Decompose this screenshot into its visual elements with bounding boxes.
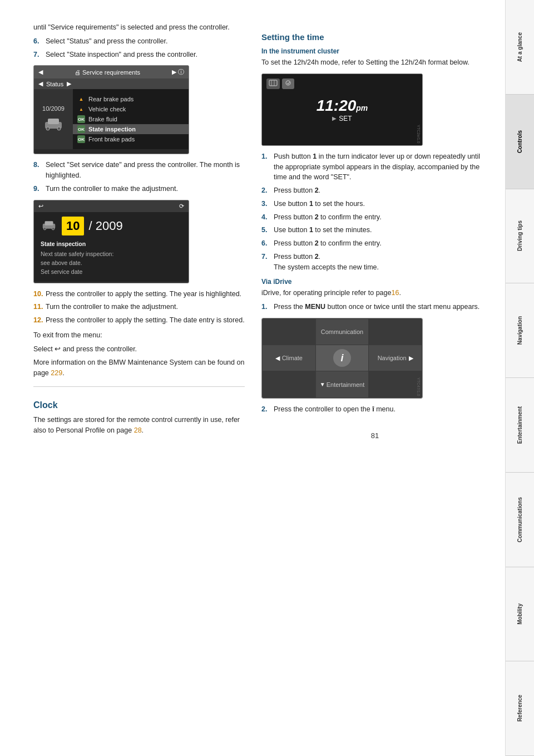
sr-sub-arrows-left: ◀ <box>38 80 43 87</box>
si-title: State inspection <box>41 240 182 249</box>
idrive-link[interactable]: 16 <box>391 289 399 297</box>
ic-step-num-4: 4. <box>261 212 274 223</box>
idrive-arrow-down: ▼ <box>320 381 325 387</box>
ic-step-num-5: 5. <box>261 225 274 235</box>
svg-rect-8 <box>269 80 277 86</box>
via-idrive-intro: iDrive, for operating principle refer to… <box>261 288 488 298</box>
step-num-8: 8. <box>33 160 46 170</box>
steps-list: 6. Select "Status" and press the control… <box>33 36 245 60</box>
step-12: 12. Press the controller to apply the se… <box>33 315 245 326</box>
via-idrive-heading: Via iDrive <box>261 278 488 286</box>
sidebar-label-at-a-glance: At a glance <box>517 28 523 66</box>
si-refresh-icon: ⟳ <box>179 203 184 210</box>
ic-step-2: 2. Press button 2. <box>261 185 488 196</box>
sidebar-item-mobility[interactable]: Mobility <box>506 567 534 662</box>
si-line-2: see above date. <box>41 259 182 268</box>
idrive-info-icon: i <box>333 349 351 367</box>
idrive-corner-br <box>369 371 422 397</box>
sr-row-1-text: Rear brake pads <box>88 96 134 102</box>
idrive-right: Navigation▶ <box>369 345 422 371</box>
ic-time-display: 11:20pm ▶ SET <box>317 97 368 122</box>
ic-top-icons <box>266 78 294 89</box>
main-content: until "Service requirements" is selected… <box>0 0 505 756</box>
svg-point-7 <box>52 228 55 230</box>
ic-icon-2 <box>282 78 294 89</box>
sidebar-item-controls[interactable]: Controls <box>506 95 534 189</box>
idrive-step-1: 1. Press the MENU button once or twice u… <box>261 302 488 312</box>
sr-row-2-text: Vehicle check <box>88 106 126 112</box>
sr-car-icon <box>42 115 65 133</box>
idrive-watermark: YTC47/1.0 <box>417 377 421 396</box>
right-column: Setting the time In the instrument clust… <box>261 22 488 734</box>
ic-set-row: ▶ SET <box>317 115 368 122</box>
ic-watermark: YTC2e/1.0 <box>417 125 421 143</box>
step-9: 9. Turn the controller to make the adjus… <box>33 184 245 194</box>
sidebar-item-entertainment[interactable]: Entertainment <box>506 378 534 473</box>
sr-row-5: OK Front brake pads <box>73 134 189 144</box>
instrument-cluster-heading: In the instrument cluster <box>261 47 488 55</box>
idrive-corner-tr <box>369 319 422 345</box>
ic-step-3-text: Use button 1 to set the hours. <box>274 199 365 209</box>
step-num-7: 7. <box>33 50 46 60</box>
si-date-row: 10 / 2009 <box>41 217 182 235</box>
si-date-year: / 2009 <box>88 219 122 233</box>
sr-row-3: OK Brake fluid <box>73 114 189 124</box>
ic-step-num-3: 3. <box>261 199 274 209</box>
si-header: ↩ ⟳ <box>34 200 189 212</box>
svg-point-6 <box>43 228 46 230</box>
si-back-icon: ↩ <box>38 203 43 210</box>
si-info: State inspection Next state safety inspe… <box>41 240 182 277</box>
exit-text-2: Select ↩ and press the controller. <box>33 344 245 355</box>
step-11: 11. Turn the controller to make the adju… <box>33 302 245 312</box>
idrive-step-2-list: 2. Press the controller to open the î me… <box>261 404 488 415</box>
si-body: 10 / 2009 State inspection Next state sa… <box>34 212 189 281</box>
state-inspection-screenshot: ↩ ⟳ 10 / 2009 <box>33 200 189 283</box>
step-num-6: 6. <box>33 36 46 47</box>
sidebar-item-navigation[interactable]: Navigation <box>506 283 534 378</box>
ic-step-2-text: Press button 2. <box>274 185 320 196</box>
ic-step-num-2: 2. <box>261 185 274 196</box>
idrive-top-center: Communication <box>316 319 369 345</box>
page-number-area: 81 <box>261 431 488 440</box>
idrive-grid: Communication ◀Climate i Navigation▶ ▼En… <box>262 318 422 398</box>
step-num-11: 11. <box>33 302 46 312</box>
ok-icon-3: OK <box>77 115 85 123</box>
step-6: 6. Select "Status" and press the control… <box>33 36 245 47</box>
sidebar-item-communications[interactable]: Communications <box>506 473 534 567</box>
step-7: 7. Select "State inspection" and press t… <box>33 50 245 60</box>
sr-row-1: ▲ Rear brake pads <box>73 94 189 104</box>
idrive-arrow-right: ▶ <box>409 355 413 362</box>
sr-header-title: 🖨 Service requirements <box>75 69 140 76</box>
sidebar-label-navigation: Navigation <box>517 312 523 349</box>
steps-10-12: 10. Press the controller to apply the se… <box>33 289 245 326</box>
sidebar-label-communications: Communications <box>517 493 523 547</box>
sr-sub-header: ◀ Status ▶ <box>34 78 189 89</box>
more-info-link[interactable]: 229 <box>51 369 62 377</box>
sidebar-label-mobility: Mobility <box>517 599 523 629</box>
ok-icon-4: OK <box>77 125 85 133</box>
step-10: 10. Press the controller to apply the se… <box>33 289 245 300</box>
sidebar-item-at-a-glance[interactable]: At a glance <box>506 0 534 95</box>
steps-8-9: 8. Select "Set service date" and press t… <box>33 160 245 194</box>
clock-heading: Clock <box>33 400 245 410</box>
ic-step-6: 6. Press button 2 to confirm the entry. <box>261 238 488 249</box>
ic-time: 11:20pm <box>317 97 368 115</box>
sidebar-item-driving-tips[interactable]: Driving tips <box>506 189 534 284</box>
ic-intro-text: To set the 12h/24h mode, refer to Settin… <box>261 57 488 68</box>
si-date-num: 10 <box>62 217 84 235</box>
svg-rect-1 <box>48 119 59 124</box>
si-line-3: Set service date <box>41 268 182 277</box>
sidebar-item-reference[interactable]: Reference <box>506 661 534 756</box>
intro-text: until "Service requirements" is selected… <box>33 22 245 33</box>
sr-body: 10/2009 ▲ Rear brake pads <box>34 89 189 149</box>
idrive-center: i <box>316 345 369 371</box>
clock-link[interactable]: 28 <box>134 426 142 434</box>
sidebar: At a glance Controls Driving tips Naviga… <box>505 0 534 756</box>
idrive-bottom-center: ▼Entertainment <box>316 371 369 397</box>
sidebar-label-driving-tips: Driving tips <box>517 216 523 256</box>
sr-date: 10/2009 <box>42 105 65 112</box>
sr-rows: ▲ Rear brake pads ▲ Vehicle check OK Bra… <box>73 89 189 149</box>
step-num-9: 9. <box>33 184 46 194</box>
ic-step-7: 7. Press button 2.The system accepts the… <box>261 252 488 273</box>
ic-step-num-1: 1. <box>261 151 274 162</box>
